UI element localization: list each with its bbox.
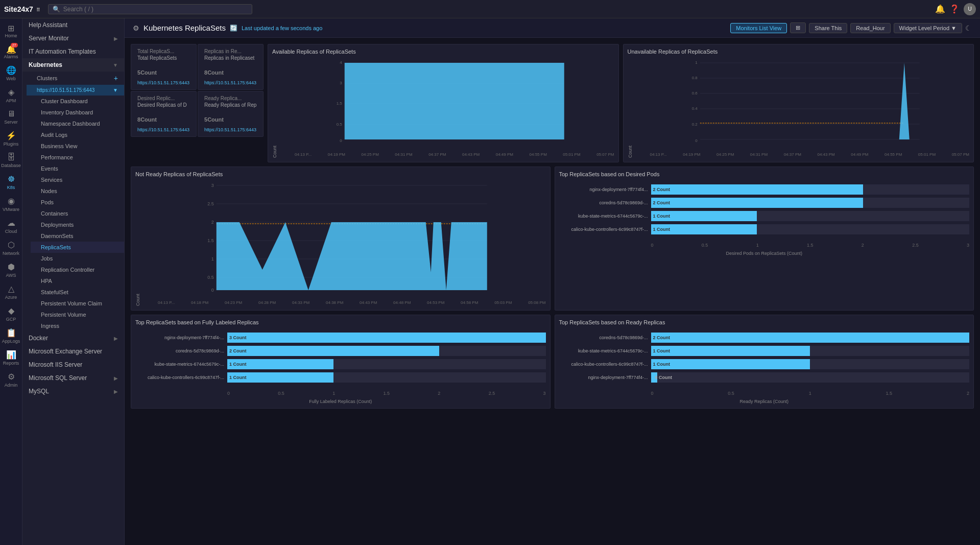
sidebar-events[interactable]: Events [31, 163, 124, 174]
ready-replicas-bars: coredns-5d78c9869d-... 2 Count kube-stat… [559, 328, 970, 390]
sidebar-mysql[interactable]: MySQL ▶ [22, 385, 124, 398]
card-desired-link[interactable]: https://10.51.51.175:6443 [137, 127, 190, 132]
chart-top-ready-replicas: Top ReplicaSets based on Ready Replicas … [555, 315, 974, 409]
logo[interactable]: Site24x7 ⠿ [4, 5, 40, 13]
sidebar-daemonsets[interactable]: DaemonSets [31, 230, 124, 242]
nav-web[interactable]: 🌐 Web [0, 62, 22, 84]
sidebar-performance[interactable]: Performance [31, 152, 124, 163]
sidebar-business-view[interactable]: Business View [31, 140, 124, 152]
nav-applogs[interactable]: 📋 AppLogs [0, 325, 22, 347]
bar-item-nginx-desired: nginx-deployment-7ff774f4... 2 Count [559, 184, 970, 195]
sidebar-docker-label: Docker [29, 335, 48, 342]
sidebar-containers[interactable]: Containers [31, 208, 124, 219]
sidebar-help-assistant[interactable]: Help Assistant [22, 18, 124, 32]
search-bar[interactable]: 🔍 [48, 4, 252, 14]
not-ready-svg: 0 0.5 1 1.5 2 2.5 3 [142, 180, 546, 298]
sidebar-ms-iis[interactable]: Microsoft IIS Server [22, 358, 124, 371]
chart-top-desired-title: Top ReplicaSets based on Desired Pods [559, 171, 970, 177]
sidebar-jobs[interactable]: Jobs [31, 253, 124, 264]
sidebar-deployments[interactable]: Deployments [31, 219, 124, 230]
svg-text:1: 1 [211, 256, 214, 262]
sidebar-clusters[interactable]: Clusters + [27, 72, 124, 85]
top-row: Total ReplicaS... Total ReplicaSets 5Cou… [131, 44, 974, 162]
help-icon[interactable]: ❓ [949, 4, 960, 14]
bar-value-calico-labeled: 1 Count [229, 375, 247, 380]
card-desired-title: Desired Replic... [137, 96, 190, 101]
sidebar-statefulset[interactable]: StatefulSet [31, 287, 124, 298]
nav-database[interactable]: 🗄 Database [0, 150, 22, 171]
sidebar-it-automation[interactable]: IT Automation Templates [22, 45, 124, 58]
sidebar-cluster-host[interactable]: https://10.51.51.175:6443 ▼ [27, 85, 124, 96]
cloud-icon: ☁ [7, 218, 15, 228]
nav-gcp[interactable]: ◆ GCP [0, 303, 22, 325]
svg-text:0.6: 0.6 [691, 91, 698, 96]
sidebar-kubernetes[interactable]: Kubernetes ▼ [22, 58, 124, 72]
bar-item-nginx-labeled: nginx-deployment-7ff774f4-... 3 Count [135, 333, 546, 343]
nav-cloud[interactable]: ☁ Cloud [0, 215, 22, 237]
filter-icon[interactable]: ⚙ [133, 24, 139, 32]
bar-item-nginx-ready: nginx-deployment-7ff774f4-... 0 Count [559, 372, 970, 383]
nav-vmware[interactable]: ◉ VMware [0, 193, 22, 215]
card-total-link[interactable]: https://10.51.51.175:6443 [137, 80, 190, 85]
bar-track-nginx-labeled: 3 Count [227, 333, 546, 343]
nav-admin[interactable]: ⚙ Admin [0, 369, 22, 391]
nav-reports[interactable]: 📊 Reports [0, 347, 22, 369]
bar-item-coredns-labeled: coredns-5d78c9869d-... 2 Count [135, 346, 546, 356]
svg-text:3: 3 [211, 183, 214, 188]
sidebar-server-monitor[interactable]: Server Monitor ▶ [22, 32, 124, 45]
nav-plugins[interactable]: ⚡ Plugins [0, 128, 22, 150]
sidebar-inventory-dashboard[interactable]: Inventory Dashboard [31, 107, 124, 118]
chart-unavailable-replicas: Unavailable Replicas of ReplicaSets Coun… [623, 44, 974, 162]
sidebar-cluster-dashboard[interactable]: Cluster Dashboard [31, 96, 124, 107]
nav-apm[interactable]: ◈ APM [0, 84, 22, 106]
sidebar-replication-controller[interactable]: Replication Controller [31, 264, 124, 275]
bar-item-kube-ready: kube-state-metrics-6744c5679c-... 1 Coun… [559, 346, 970, 356]
avatar[interactable]: U [964, 3, 976, 15]
nav-plugins-label: Plugins [4, 141, 19, 147]
nav-network[interactable]: ⬡ Network [0, 237, 22, 259]
sidebar-audit-logs[interactable]: Audit Logs [31, 129, 124, 140]
card-ready-link[interactable]: https://10.51.51.175:6443 [204, 127, 257, 132]
sidebar-nodes[interactable]: Nodes [31, 185, 124, 197]
nav-vmware-label: VMware [3, 207, 19, 212]
grid-view-btn[interactable]: ⊞ [790, 22, 806, 33]
icon-nav: ⊞ Home 🔔 27 Alarms 🌐 Web ◈ APM 🖥 Server … [0, 18, 22, 545]
nav-cloud-label: Cloud [5, 229, 17, 234]
read-hour-btn[interactable]: Read_Hour [850, 23, 890, 33]
nav-home[interactable]: ⊞ Home [0, 20, 22, 41]
bar-item-kube-desired: kube-state-metrics-6744c5679c-... 1 Coun… [559, 211, 970, 221]
nav-alarms[interactable]: 🔔 27 Alarms [0, 41, 22, 62]
svg-text:0.5: 0.5 [337, 122, 343, 127]
monitors-list-btn[interactable]: Monitors List View [730, 23, 787, 33]
sidebar-pods[interactable]: Pods [31, 197, 124, 208]
sidebar-ms-exchange[interactable]: Microsoft Exchange Server [22, 345, 124, 358]
search-input[interactable] [63, 6, 248, 13]
card-replicas-link[interactable]: https://10.51.51.175:6443 [204, 80, 257, 85]
card-total-replicasets: Total ReplicaS... Total ReplicaSets 5Cou… [131, 44, 197, 90]
refresh-icon[interactable]: 🔄 [230, 25, 237, 32]
clusters-add-btn[interactable]: + [114, 74, 118, 82]
dark-mode-toggle[interactable]: ☾ [965, 24, 972, 32]
nav-azure[interactable]: △ Azure [0, 281, 22, 303]
notification-icon[interactable]: 🔔 [935, 4, 945, 14]
sidebar-replicasets[interactable]: ReplicaSets [31, 242, 124, 253]
nav-aws[interactable]: ⬢ AWS [0, 259, 22, 281]
sidebar-docker[interactable]: Docker ▶ [22, 331, 124, 345]
bar-label-calico-ready: calico-kube-controllers-6c99c8747f-... [559, 362, 651, 367]
nav-reports-label: Reports [3, 361, 19, 366]
share-btn[interactable]: Share This [809, 23, 847, 33]
widget-level-btn[interactable]: Widget Level Period ▼ [894, 23, 962, 33]
sidebar-hpa[interactable]: HPA [31, 275, 124, 287]
sidebar-namespace-dashboard[interactable]: Namespace Dashboard [31, 118, 124, 129]
bar-track-kube-ready: 1 Count [651, 346, 970, 356]
sidebar-ingress[interactable]: Ingress [31, 320, 124, 331]
nav-server[interactable]: 🖥 Server [0, 106, 22, 128]
sidebar-pv[interactable]: Persistent Volume [31, 309, 124, 320]
not-ready-y-axis-label: Count [135, 180, 140, 306]
sidebar-ms-sql[interactable]: Microsoft SQL Server ▶ [22, 371, 124, 385]
web-icon: 🌐 [6, 65, 16, 75]
nav-k8s[interactable]: ☸ K8s [0, 171, 22, 193]
sidebar-pvc[interactable]: Persistent Volume Claim [31, 298, 124, 309]
sidebar-sub-items: Cluster Dashboard Inventory Dashboard Na… [27, 96, 124, 331]
sidebar-services[interactable]: Services [31, 174, 124, 185]
